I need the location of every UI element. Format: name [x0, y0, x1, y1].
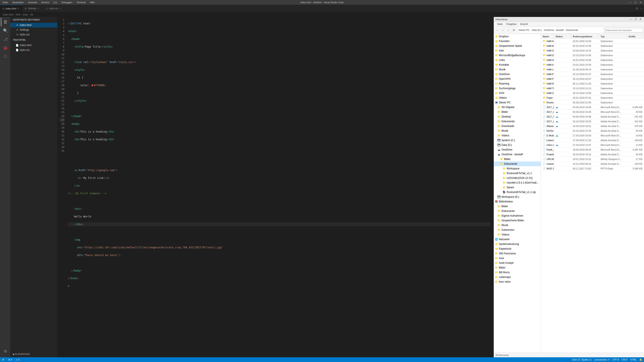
- fe-file-row[interactable]: 📁Paper23.01.2018 07:41Dateiordner: [541, 95, 644, 100]
- fe-col-type[interactable]: Typ: [599, 34, 627, 39]
- fe-nav-item[interactable]: 📁Musik: [494, 223, 541, 228]
- fe-nav-item[interactable]: 📁Downloads: [494, 124, 541, 128]
- code-editor[interactable]: 12345 678910 1112131415 1617181920 21222…: [58, 17, 494, 357]
- status-encoding[interactable]: UTF-8: [612, 358, 619, 361]
- fe-file-row[interactable]: 📄milon dev.docx☁27.04.2018 14:47Microsof…: [541, 143, 644, 147]
- status-errors[interactable]: ⊗ 0: [8, 358, 12, 361]
- fe-nav-item[interactable]: 💻Dieser PC: [494, 100, 541, 105]
- fe-nav-item[interactable]: 📁Eigene Aufnahmen: [494, 213, 541, 218]
- fe-nav-item[interactable]: 🗜RocksmithToTab_v1.1.zip: [494, 190, 541, 195]
- fe-file-row[interactable]: 📁HdM Bilder02.02.2018 14:45Dateiordner: [541, 43, 644, 48]
- fe-nav-item[interactable]: 📁Steam: [494, 185, 541, 190]
- menu-auswahl[interactable]: Auswahl: [27, 1, 38, 4]
- tab-index-html[interactable]: ◻ index.html ✕: [0, 5, 22, 12]
- fe-col-name[interactable]: Name: [541, 34, 554, 39]
- status-bell[interactable]: 🔔: [639, 358, 642, 361]
- menu-hilfe[interactable]: Hilfe: [89, 1, 96, 4]
- fe-nav-item[interactable]: 📁Desktop: [494, 114, 541, 119]
- tab-close-settings[interactable]: ✕: [38, 7, 40, 10]
- fe-file-row[interactable]: 📁HdM Ausschreibungen23.01.2018 15:59Date…: [541, 39, 644, 43]
- fe-file-row[interactable]: 📁HdM Zeiterfassung30.10.2018 13:06Dateio…: [541, 91, 644, 95]
- fe-nav-item[interactable]: 📁Bill Murry: [494, 270, 541, 275]
- fe-file-row[interactable]: 📁HdM HiWi23.01.2018 15:59Dateiordner: [541, 58, 644, 62]
- fe-file-row[interactable]: 📁HdM Rechnungen06.11.2018 11:03Dateiordn…: [541, 81, 644, 86]
- status-lightning[interactable]: ⚡: [2, 358, 5, 361]
- menu-ansicht[interactable]: Ansicht: [40, 1, 50, 4]
- fe-nav-item[interactable]: 📁Workspace: [494, 166, 541, 171]
- fe-file-row[interactable]: 📁HdM Infos23.01.2018 15:59Dateiordner: [541, 62, 644, 67]
- sidebar-open-style[interactable]: ✕ style.css: [10, 32, 57, 37]
- menu-terminal[interactable]: Terminal: [76, 1, 86, 4]
- editor-scrollbar[interactable]: [491, 17, 494, 357]
- fe-max[interactable]: ☐: [634, 18, 638, 20]
- fe-nav-item[interactable]: ⭐Papierkorb: [494, 246, 541, 251]
- fe-nav-item[interactable]: 📁brex milon: [494, 280, 541, 284]
- fe-col-status[interactable]: Status: [554, 34, 571, 39]
- tab-close-index[interactable]: ✕: [18, 7, 19, 10]
- activity-search[interactable]: 🔍: [1, 26, 10, 35]
- fe-nav-item[interactable]: 📁MicrosoftEdgeBackups: [494, 53, 541, 58]
- fe-nav-item[interactable]: 📁rstoolkit-2.8.4.1-82e47ea8-win: [494, 180, 541, 185]
- activity-debug[interactable]: 🐞: [1, 43, 10, 52]
- activity-scm[interactable]: ⎇: [1, 35, 10, 43]
- fe-up-button[interactable]: ↑: [506, 28, 511, 33]
- menu-datei[interactable]: Datei: [2, 1, 9, 4]
- fe-nav-item[interactable]: 📁Subversion: [494, 228, 541, 232]
- menu-debuggen[interactable]: Debuggen: [60, 1, 73, 4]
- fe-nav-item[interactable]: ⭐Favoriten: [494, 39, 541, 43]
- fe-nav-item[interactable]: 📁Bilder: [494, 204, 541, 209]
- fe-nav-item[interactable]: 🌐Netzwerk: [494, 237, 541, 242]
- tab-style-css[interactable]: ◻ style.css ✕: [44, 5, 65, 12]
- minimize-button[interactable]: —: [628, 1, 632, 4]
- fe-file-row[interactable]: 📄2017_04_Luxembourg_Einladung.pdf☁04.06.…: [541, 114, 644, 119]
- fe-nav-item[interactable]: ⭐OneDrive: [494, 72, 541, 76]
- menu-bearbeiten[interactable]: Bearbeiten: [12, 1, 25, 4]
- maximize-button[interactable]: ☐: [634, 1, 637, 4]
- breadcrumb-div[interactable]: div: [30, 13, 34, 16]
- fe-nav-item[interactable]: 📁rs2014dlc(2016-12-31): [494, 176, 541, 180]
- fe-crumb-onedrive[interactable]: OneDrive - bwstaff: [544, 29, 564, 31]
- fe-file-row[interactable]: 📁HdM Projekte30.10.2018 18:47Dateiordner: [541, 76, 644, 81]
- fe-file-row[interactable]: 📁HdM Dienstreisen03.08.2018 16:25Dateior…: [541, 48, 644, 53]
- fe-crumb-data[interactable]: Data (D:): [532, 29, 542, 31]
- fe-nav-item[interactable]: 💾Workspace (E:): [494, 195, 541, 199]
- fe-nav-item[interactable]: 📁Bilder: [494, 157, 541, 161]
- status-line-ending[interactable]: CRLF: [622, 358, 628, 361]
- breadcrumb-html[interactable]: html: [16, 13, 20, 16]
- fe-nav-item[interactable]: ⭐Dropbox: [494, 34, 541, 39]
- fe-file-row[interactable]: 📄2017_04_No One Left Behind_Consortia...…: [541, 105, 644, 110]
- fe-nav-item[interactable]: 📚Bibliotheken: [494, 199, 541, 204]
- fe-nav-item[interactable]: ⭐Kontakte: [494, 62, 541, 67]
- fe-file-row[interactable]: 📄ARpresence.pdf☁19.04.2018 18:51Adobe Ac…: [541, 124, 644, 128]
- fe-nav-item[interactable]: 📁360 Panorama: [494, 251, 541, 256]
- fe-nav-item[interactable]: ⭐Videos: [494, 95, 541, 100]
- fe-forward-button[interactable]: →: [500, 28, 505, 33]
- fe-nav-item[interactable]: 📁3D-Objekte: [494, 105, 541, 110]
- fe-nav-item[interactable]: ⭐Systemsteuerung: [494, 242, 541, 246]
- fe-nav-item[interactable]: 📁SVN: [494, 91, 541, 95]
- fe-nav-item[interactable]: 💾Data (D:): [494, 143, 541, 147]
- fe-file-row[interactable]: 📄URC4ESH.afdesign19.01.2018 15:31Affinit…: [541, 157, 644, 161]
- close-button[interactable]: ✕: [639, 1, 642, 4]
- fe-file-row[interactable]: 📄WUD 2017 TalkBack V1.pptx09.11.2017 13:…: [541, 166, 644, 171]
- status-spaces[interactable]: Leerzeichen: 4: [594, 358, 610, 361]
- fe-nav-item[interactable]: 📁Videos: [494, 232, 541, 237]
- fe-nav-item[interactable]: 📁Dokumente: [494, 119, 541, 124]
- split-editor-button[interactable]: ⊟: [636, 7, 638, 10]
- fe-nav-item[interactable]: 📁Videos: [494, 133, 541, 138]
- fe-nav-item[interactable]: 📁Bilder: [494, 265, 541, 270]
- fe-file-row[interactable]: 📄DieTechnischeZeichnung-Grundlagen.pdf23…: [541, 128, 644, 133]
- fe-nav-item[interactable]: 📁OpenVPN: [494, 76, 541, 81]
- fe-nav-item[interactable]: 📁Musik: [494, 67, 541, 72]
- fe-address-bar[interactable]: Dieser PC › Data (D:) › OneDrive - bwsta…: [518, 27, 603, 33]
- fe-search-input[interactable]: [604, 28, 643, 32]
- sidebar-tristhtml-index[interactable]: 📄 index.html: [10, 43, 57, 48]
- sidebar-open-index-html[interactable]: ✕ index.html: [10, 23, 57, 27]
- tab-settings[interactable]: ⚙ Settings ✕: [22, 5, 44, 12]
- fe-back-button[interactable]: ←: [494, 28, 500, 33]
- fe-nav-item[interactable]: 📁Audi-Cockpit: [494, 261, 541, 265]
- fe-nav-item[interactable]: 📁RocksmithToTab_v1.1: [494, 171, 541, 176]
- sidebar-open-editors-header[interactable]: GEÖFFNETE EDITOREN: [10, 17, 57, 23]
- fe-menu-ansicht[interactable]: Ansicht: [518, 22, 530, 26]
- window-controls[interactable]: — ☐ ✕: [628, 1, 642, 4]
